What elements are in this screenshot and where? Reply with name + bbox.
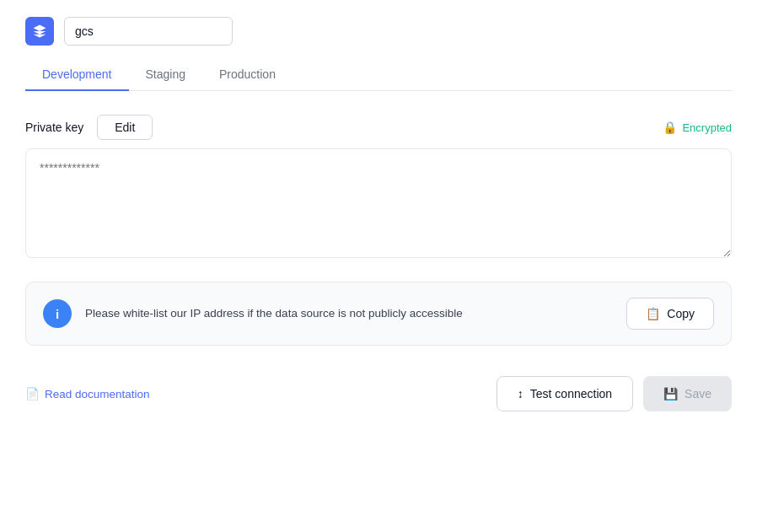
tab-staging[interactable]: Staging — [129, 59, 202, 91]
info-icon: i — [43, 299, 72, 328]
lock-icon: 🔒 — [663, 121, 677, 134]
logo-icon — [25, 17, 54, 46]
copy-button[interactable]: 📋 Copy — [626, 298, 714, 330]
private-key-label: Private key — [25, 121, 83, 134]
test-connection-button[interactable]: ↕ Test connection — [497, 376, 633, 411]
tabs-container: Development Staging Production — [25, 59, 732, 91]
save-label: Save — [685, 387, 711, 400]
test-connection-label: Test connection — [530, 387, 612, 400]
copy-label: Copy — [667, 307, 695, 320]
info-message: Please white-list our IP address if the … — [85, 305, 463, 322]
footer-right: ↕ Test connection 💾 Save — [497, 376, 732, 411]
private-key-header: Private key Edit 🔒 Encrypted — [25, 115, 732, 140]
private-key-textarea[interactable] — [25, 148, 732, 258]
edit-button[interactable]: Edit — [97, 115, 153, 140]
read-documentation-link[interactable]: 📄 Read documentation — [25, 387, 150, 400]
encrypted-badge: 🔒 Encrypted — [663, 121, 732, 134]
tab-development[interactable]: Development — [25, 59, 129, 91]
doc-icon: 📄 — [25, 387, 40, 400]
info-banner: i Please white-list our IP address if th… — [25, 282, 732, 346]
copy-icon: 📋 — [646, 307, 660, 320]
tab-production[interactable]: Production — [202, 59, 293, 91]
info-left: i Please white-list our IP address if th… — [43, 299, 463, 328]
encrypted-label: Encrypted — [682, 121, 732, 134]
footer: 📄 Read documentation ↕ Test connection 💾… — [25, 376, 732, 411]
section-left: Private key Edit — [25, 115, 153, 140]
doc-link-label: Read documentation — [45, 388, 150, 400]
save-button[interactable]: 💾 Save — [643, 376, 732, 411]
save-icon: 💾 — [663, 387, 678, 400]
test-icon: ↕ — [518, 387, 523, 400]
header-row — [25, 17, 732, 46]
logo-svg — [32, 24, 47, 39]
search-input[interactable] — [64, 17, 233, 46]
main-container: Development Staging Production Private k… — [0, 0, 757, 532]
